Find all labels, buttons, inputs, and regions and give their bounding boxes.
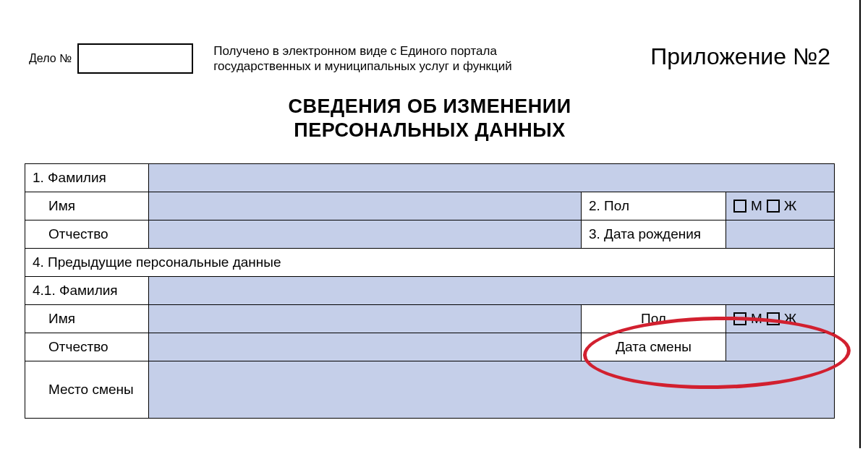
received-note: Получено в электронном виде с Единого по… (213, 43, 517, 74)
title-line-1: СВЕДЕНИЯ ОБ ИЗМЕНЕНИИ (0, 95, 859, 119)
gender-m-label: М (751, 198, 762, 214)
case-number-label: Дело № (29, 52, 72, 65)
checkbox-female[interactable] (767, 200, 780, 213)
label-dob: 3. Дата рождения (581, 220, 726, 248)
label-prev-patronymic: Отчество (25, 333, 148, 361)
label-prev-name: Имя (25, 305, 148, 333)
field-gender: М Ж (726, 192, 834, 220)
label-name: Имя (25, 192, 148, 220)
label-gender: 2. Пол (581, 192, 726, 220)
label-previous-data: 4. Предыдущие персональные данные (25, 249, 834, 276)
checkbox-male[interactable] (733, 200, 746, 213)
row-surname: 1. Фамилия (25, 164, 834, 192)
field-prev-surname[interactable] (148, 277, 834, 304)
label-prev-gender: Пол (581, 305, 726, 333)
label-prev-surname: 4.1. Фамилия (25, 277, 148, 304)
field-prev-gender: М Ж (726, 305, 834, 333)
row-prev-patronymic: Отчество Дата смены (25, 333, 834, 361)
gender-f-label: Ж (784, 198, 797, 214)
field-surname[interactable] (148, 164, 834, 192)
case-number-group: Дело № (29, 43, 193, 74)
label-change-date: Дата смены (581, 333, 726, 361)
form-table: 1. Фамилия Имя 2. Пол М Ж Отчество 3. Да… (25, 163, 835, 419)
case-number-input[interactable] (77, 43, 193, 74)
document-page: Дело № Получено в электронном виде с Еди… (0, 0, 861, 448)
row-previous-header: 4. Предыдущие персональные данные (25, 248, 834, 276)
field-prev-name[interactable] (148, 305, 581, 333)
label-surname: 1. Фамилия (25, 164, 148, 192)
prev-gender-m-label: М (751, 311, 762, 327)
field-change-date[interactable] (726, 333, 834, 361)
label-change-place: Место смены (25, 361, 148, 418)
appendix-label: Приложение №2 (650, 43, 830, 70)
header: Дело № Получено в электронном виде с Еди… (0, 0, 859, 74)
row-change-place: Место смены (25, 361, 834, 418)
field-patronymic[interactable] (148, 220, 581, 248)
document-title: СВЕДЕНИЯ ОБ ИЗМЕНЕНИИ ПЕРСОНАЛЬНЫХ ДАННЫ… (0, 95, 859, 144)
field-prev-patronymic[interactable] (148, 333, 581, 361)
prev-gender-f-label: Ж (784, 311, 797, 327)
field-dob[interactable] (726, 220, 834, 248)
row-name: Имя 2. Пол М Ж (25, 192, 834, 220)
field-change-place[interactable] (148, 361, 834, 418)
checkbox-prev-male[interactable] (733, 312, 746, 325)
checkbox-prev-female[interactable] (767, 312, 780, 325)
label-patronymic: Отчество (25, 220, 148, 248)
title-line-2: ПЕРСОНАЛЬНЫХ ДАННЫХ (0, 119, 859, 143)
row-patronymic: Отчество 3. Дата рождения (25, 220, 834, 248)
field-name[interactable] (148, 192, 581, 220)
row-prev-surname: 4.1. Фамилия (25, 276, 834, 304)
row-prev-name: Имя Пол М Ж (25, 304, 834, 333)
